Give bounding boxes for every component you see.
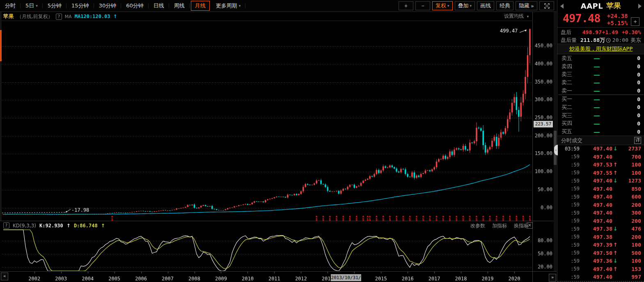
- chart-mode-label: （月线,前复权）: [17, 13, 53, 20]
- scroll-left-button[interactable]: «: [1, 273, 8, 280]
- trade-row: :59497.40200: [557, 201, 644, 209]
- trade-volume: 600: [619, 194, 641, 200]
- trade-row: :59497.55↑100: [557, 169, 644, 177]
- expand-icon: [544, 3, 550, 9]
- order-level-label: 卖四: [561, 63, 579, 70]
- order-level-qty: 0: [615, 72, 640, 78]
- period-tab-monthly[interactable]: 月线: [191, 1, 210, 11]
- empty-price-dash: —: [579, 120, 615, 127]
- arrow-down-icon: ↓: [612, 226, 619, 232]
- x-axis-line: [0, 271, 557, 272]
- trade-time: :59: [561, 218, 580, 224]
- trade-time: :59: [561, 194, 580, 200]
- chevron-down-icon: ▾: [239, 4, 241, 8]
- chart-symbol-name: 苹果: [3, 13, 14, 20]
- empty-price-dash: —: [579, 79, 615, 86]
- order-level-qty: 0: [615, 112, 640, 118]
- order-book-row: 卖一—0: [557, 87, 644, 95]
- d-up-arrow-icon: ↑: [101, 223, 105, 229]
- tool-button-draw-line[interactable]: 画线: [477, 1, 494, 10]
- kd-action-0[interactable]: 改参数: [470, 222, 485, 229]
- after-hours-row: 盘后 498.97 +1.49 +0.30%: [561, 28, 641, 36]
- order-level-qty: 0: [615, 55, 640, 61]
- tool-button-classic[interactable]: 经典: [496, 1, 513, 10]
- year-label-2019: 2019: [482, 276, 494, 282]
- low-price-annotation: -17.98: [65, 207, 89, 213]
- crosshair-price-box: 223.57: [534, 121, 553, 127]
- trade-price: 497.40: [580, 266, 612, 272]
- year-label-2016: 2016: [402, 276, 414, 282]
- trades-list[interactable]: 03:59497.40↓2737:59497.40700:59497.53↑10…: [557, 145, 644, 282]
- tool-button-overlay[interactable]: 叠加▾: [455, 1, 475, 10]
- help-icon[interactable]: ?: [3, 222, 9, 229]
- trade-row: :59497.39↑100: [557, 241, 644, 249]
- quote-panel: AAPL 苹果 497.48 +24.38 +5.15% ＋ 盘后 498.97…: [557, 0, 644, 282]
- trade-row: :59497.53↑100: [557, 161, 644, 169]
- order-book-row: 买五—0: [557, 127, 644, 136]
- trade-volume: 200: [619, 202, 641, 208]
- left-scrollbar-thumb[interactable]: [0, 30, 2, 61]
- period-tab-weekly[interactable]: 周线: [169, 0, 190, 12]
- scroll-right-button[interactable]: »: [549, 274, 556, 282]
- order-level-qty: 0: [615, 120, 640, 127]
- trade-price: 497.40: [580, 178, 612, 184]
- promo-link[interactable]: 炒港美股，用东财国际APP: [569, 45, 633, 53]
- order-level-label: 卖二: [561, 79, 579, 86]
- trade-row: :59497.40↓1273: [557, 177, 644, 185]
- period-tab-15min[interactable]: 15分钟: [66, 0, 94, 12]
- trade-volume: 100: [619, 242, 641, 248]
- order-level-label: 买一: [561, 95, 579, 103]
- change-percent: +5.15%: [607, 20, 628, 27]
- kd-axis-tick: 80.00: [534, 238, 552, 243]
- trade-row: :59497.40300: [557, 209, 644, 217]
- prev-stock-arrow-icon[interactable]: [560, 4, 564, 9]
- tool-button-hide[interactable]: 隐藏»: [516, 1, 537, 10]
- tool-button-zoom-out[interactable]: －: [415, 1, 430, 10]
- order-book-row: 卖四—0: [557, 62, 644, 71]
- kd-action-1[interactable]: 加指标: [492, 222, 507, 229]
- trade-row: :59497.40200: [557, 217, 644, 225]
- ma-settings-button[interactable]: 设置均线 ▾: [504, 13, 529, 20]
- period-tab-5min[interactable]: 5分钟: [43, 0, 66, 12]
- collapse-panel-handle[interactable]: ‹: [554, 145, 558, 155]
- empty-price-dash: —: [579, 62, 615, 70]
- tool-button-label: 复权: [435, 2, 446, 9]
- add-to-watchlist-button[interactable]: ＋: [631, 17, 639, 26]
- price-change: +24.38 +5.15%: [607, 13, 628, 27]
- order-level-label: 买三: [561, 112, 579, 119]
- trade-volume: 1273: [619, 178, 641, 184]
- after-hours-label: 盘后: [561, 29, 575, 36]
- close-indicator-button[interactable]: ×: [527, 222, 533, 229]
- trade-time: :59: [561, 178, 580, 184]
- tool-button-label: －: [420, 2, 425, 9]
- trade-row: :59497.36↓100: [557, 257, 644, 265]
- trades-detail-button[interactable]: 详: [634, 137, 641, 144]
- period-tab-60min[interactable]: 60分钟: [121, 0, 149, 12]
- period-tab-label: 更多周期: [216, 2, 237, 9]
- trade-volume: 500: [619, 250, 641, 256]
- trade-price: 497.40: [580, 146, 612, 152]
- tool-button-fullscreen[interactable]: [539, 1, 554, 10]
- price-chart-canvas[interactable]: [0, 0, 557, 282]
- order-level-label: 买五: [561, 128, 579, 135]
- trade-row: :59497.40700: [557, 153, 644, 161]
- help-icon[interactable]: ?: [56, 14, 62, 20]
- period-tab-5d[interactable]: 5日▾: [21, 0, 43, 12]
- trade-price: 497.50: [580, 250, 612, 256]
- period-tab-daily[interactable]: 日线: [149, 0, 169, 12]
- tool-button-zoom-in[interactable]: ＋: [399, 1, 413, 10]
- order-level-label: 卖一: [561, 87, 579, 95]
- period-tab-fenshi[interactable]: 分时: [0, 0, 21, 12]
- trade-volume: 476: [619, 226, 641, 232]
- trade-row: 03:59497.40↓2737: [557, 145, 644, 153]
- order-level-qty: 0: [615, 129, 640, 135]
- year-label-2010: 2010: [242, 276, 254, 282]
- trade-price: 497.36: [580, 258, 612, 264]
- period-tab-more-periods[interactable]: 更多周期▾: [211, 0, 246, 12]
- chevron-down-icon: ▾: [527, 14, 529, 18]
- tool-button-adjust-mode[interactable]: 复权▾: [432, 1, 453, 10]
- next-stock-arrow-icon[interactable]: [638, 4, 642, 9]
- period-tab-30min[interactable]: 30分钟: [94, 0, 121, 12]
- trade-time: :59: [561, 226, 580, 232]
- chart-header: 苹果 （月线,前复权） ? MA MA120:120.03 ↑: [3, 13, 117, 20]
